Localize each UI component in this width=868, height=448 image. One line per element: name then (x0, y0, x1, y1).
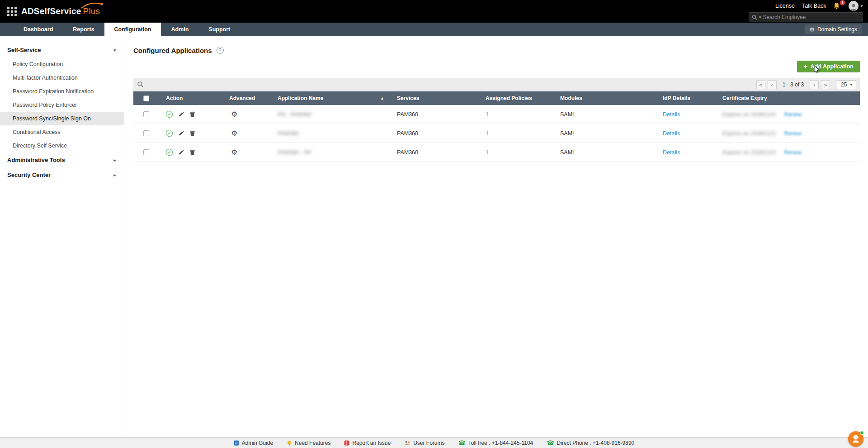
table-row: ✓ ⚙ PAM360 PAM360 1 SAML Details Expires… (133, 124, 860, 143)
user-forums-icon (404, 440, 410, 446)
first-page-button[interactable]: « (756, 80, 765, 89)
main-nav: Dashboard Reports Configuration Admin Su… (0, 23, 868, 36)
renew-link[interactable]: Renew (784, 130, 802, 137)
user-forums-link[interactable]: User Forums (404, 440, 444, 446)
table-header: Action Advanced Application Name ▲ Servi… (133, 91, 860, 105)
table-row: ✓ ⚙ PD - PAM360 PAM360 1 SAML Details Ex… (133, 105, 860, 124)
enable-icon[interactable]: ✓ (166, 111, 173, 118)
row-checkbox[interactable] (143, 149, 149, 155)
application-name: PAM360 (278, 130, 299, 137)
chevron-down-icon: ▾ (113, 48, 116, 52)
search-scope-caret-icon[interactable]: ▾ (759, 15, 761, 19)
notification-bell-icon[interactable]: 1 (833, 2, 841, 10)
last-page-button[interactable]: » (821, 80, 830, 89)
apps-grid-icon[interactable] (7, 7, 17, 16)
delete-icon[interactable] (189, 111, 195, 117)
chevron-right-icon: ▸ (113, 173, 116, 177)
phone-icon: ☎ (458, 439, 466, 446)
page-title: Configured Applications (133, 47, 212, 54)
sidebar-item-directory-self-service[interactable]: Directory Self Service (0, 139, 124, 153)
phone-icon: ☎ (547, 439, 554, 446)
sidebar-section-administrative-tools[interactable]: Administrative Tools ▸ (0, 153, 124, 167)
need-features-link[interactable]: Need Features (287, 440, 330, 446)
brand-swoosh-icon (80, 2, 104, 9)
enable-icon[interactable]: ✓ (166, 130, 173, 137)
modules-value: SAML (555, 130, 657, 137)
tab-support[interactable]: Support (198, 23, 240, 36)
domain-settings-button[interactable]: ⚙ Domain Settings (805, 24, 862, 34)
brand-suffix: Plus (83, 6, 100, 16)
chevron-right-icon: ▸ (113, 158, 116, 162)
table-toolbar: « ‹ 1 - 3 of 3 › » 25 ▾ (133, 78, 860, 91)
sidebar: Self-Service ▾ Policy Configuration Mult… (0, 36, 124, 437)
row-checkbox[interactable] (143, 111, 149, 117)
avatar-icon (849, 1, 859, 11)
advanced-gear-icon[interactable]: ⚙ (224, 110, 272, 119)
sidebar-section-security-center[interactable]: Security Center ▸ (0, 167, 124, 182)
advanced-gear-icon[interactable]: ⚙ (224, 148, 272, 157)
user-menu-caret-icon: ▾ (860, 4, 863, 8)
admin-guide-icon (234, 440, 239, 446)
advanced-gear-icon[interactable]: ⚙ (224, 129, 272, 138)
brand-logo[interactable]: ADSelfService Plus (21, 6, 100, 16)
col-services: Services (392, 95, 480, 101)
talkback-link[interactable]: Talk Back (802, 3, 826, 9)
top-bar: ADSelfService Plus License Talk Back 1 (0, 0, 868, 23)
sidebar-item-password-expiration-notification[interactable]: Password Expiration Notification (0, 85, 124, 98)
certificate-expiry-text: Expires on 2026/12/3 (722, 130, 776, 137)
tab-reports[interactable]: Reports (63, 23, 104, 36)
col-modules: Modules (555, 95, 657, 101)
table-search-icon[interactable] (137, 81, 144, 88)
renew-link[interactable]: Renew (784, 111, 802, 118)
sidebar-section-self-service[interactable]: Self-Service ▾ (0, 43, 124, 57)
enable-icon[interactable]: ✓ (166, 149, 173, 156)
tab-configuration[interactable]: Configuration (104, 23, 161, 36)
employee-search-input[interactable] (763, 14, 859, 20)
row-checkbox[interactable] (143, 130, 149, 136)
help-icon[interactable]: ? (217, 47, 224, 54)
idp-details-link[interactable]: Details (663, 130, 680, 137)
assigned-policies-link[interactable]: 1 (486, 111, 489, 118)
col-application-name[interactable]: Application Name ▲ (272, 95, 392, 101)
tab-admin[interactable]: Admin (161, 23, 198, 36)
sidebar-item-conditional-access[interactable]: Conditional Access (0, 125, 124, 139)
edit-icon[interactable] (178, 111, 184, 117)
renew-link[interactable]: Renew (784, 149, 802, 156)
edit-icon[interactable] (178, 149, 184, 155)
admin-guide-link[interactable]: Admin Guide (234, 440, 273, 446)
sidebar-item-policy-configuration[interactable]: Policy Configuration (0, 57, 124, 71)
services-value: PAM360 (392, 149, 480, 156)
sort-asc-icon[interactable]: ▲ (380, 96, 384, 100)
prev-page-button[interactable]: ‹ (768, 80, 777, 89)
idp-details-link[interactable]: Details (663, 111, 680, 118)
employee-search[interactable]: ▾ (749, 12, 863, 22)
report-issue-icon (344, 440, 349, 446)
services-value: PAM360 (392, 130, 480, 137)
col-idp-details: IdP Details (657, 95, 717, 101)
chat-support-button[interactable] (848, 431, 863, 447)
report-issue-link[interactable]: Report an Issue (344, 440, 391, 446)
toll-free-number: ☎ Toll free : +1-844-245-1104 (458, 439, 533, 446)
table-row: ✓ ⚙ PAM360 - SP PAM360 1 SAML Details Ex… (133, 143, 860, 162)
delete-icon[interactable] (189, 130, 195, 136)
assigned-policies-link[interactable]: 1 (486, 130, 489, 137)
sidebar-item-password-sync-single-sign-on[interactable]: Password Sync/Single Sign On (0, 112, 124, 125)
page-size-select[interactable]: 25 ▾ (837, 80, 856, 89)
idp-details-link[interactable]: Details (663, 149, 680, 156)
sidebar-item-multi-factor-authentication[interactable]: Multi-factor Authentication (0, 71, 124, 85)
gear-icon: ⚙ (809, 26, 815, 33)
sidebar-item-password-policy-enforcer[interactable]: Password Policy Enforcer (0, 98, 124, 112)
user-menu[interactable]: ▾ (849, 1, 863, 11)
assigned-policies-link[interactable]: 1 (486, 149, 489, 156)
edit-icon[interactable] (178, 130, 184, 136)
need-features-icon (287, 440, 292, 446)
add-application-button[interactable]: + Add Application (797, 61, 860, 72)
license-link[interactable]: License (775, 3, 795, 9)
select-all-checkbox[interactable] (143, 95, 149, 101)
delete-icon[interactable] (189, 149, 195, 155)
tab-dashboard[interactable]: Dashboard (14, 23, 63, 36)
notification-badge: 1 (840, 0, 845, 5)
next-page-button[interactable]: › (810, 80, 819, 89)
pagination-range: 1 - 3 of 3 (783, 81, 804, 88)
services-value: PAM360 (392, 111, 480, 118)
